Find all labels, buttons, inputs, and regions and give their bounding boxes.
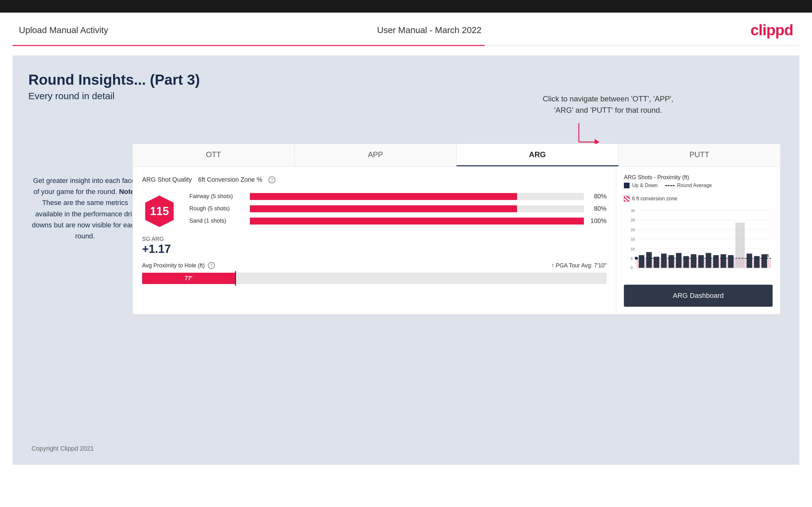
chart-svg: 30 25 20 15 10 5 0 [624,207,773,276]
svg-text:30: 30 [631,209,635,213]
svg-rect-29 [706,253,711,268]
tab-app[interactable]: APP [295,144,457,166]
hex-value: 115 [150,205,169,218]
shot-quality-list: Fairway (5 shots) 80% Rough (5 shots) [189,193,607,230]
shot-label-rough: Rough (5 shots) [189,205,246,212]
top-bar [0,0,812,13]
tab-ott[interactable]: OTT [133,144,295,166]
svg-text:0: 0 [631,266,633,270]
legend-up-down: Up & Down [624,183,658,188]
svg-rect-35 [754,256,760,268]
sg-section: SG ARG +1.17 [142,236,607,256]
legend-square-up-down [624,183,629,188]
section-header: ARG Shot Quality 6ft Conversion Zone % ? [142,176,607,183]
bar-fill-fairway [250,193,517,200]
bar-percent-fairway: 80% [588,193,607,200]
legend-label-up-down: Up & Down [632,183,658,188]
proximity-cursor [235,271,236,286]
copyright: Copyright Clippd 2021 [32,445,94,452]
shot-label-sand: Sand (1 shots) [189,218,246,224]
svg-rect-32 [721,254,726,268]
proximity-header: Avg Proximity to Hole (ft) ? ↑ PGA Tour … [142,262,607,269]
proximity-bar: 77' [142,273,607,284]
bar-percent-rough: 80% [588,205,607,212]
dashboard-button[interactable]: ARG Dashboard [624,285,773,307]
nav-hint: Click to navigate between 'OTT', 'APP','… [543,93,673,116]
svg-text:8: 8 [766,253,769,258]
main-content: Round Insights... (Part 3) Every round i… [13,55,799,465]
legend-6ft: 6 ft conversion zone [624,196,677,202]
description-text: Get greater insight into each facet of y… [32,175,139,241]
legend-label-round-avg: Round Average [677,183,712,188]
header-divider [13,45,799,46]
svg-rect-31 [735,223,745,268]
legend-dashed-round-avg [665,185,675,186]
svg-rect-24 [669,255,674,268]
upload-label: Upload Manual Activity [19,25,108,35]
tab-putt[interactable]: PUTT [618,144,780,166]
shot-row: Sand (1 shots) 100% [189,217,607,225]
section-title: ARG Shot Quality [142,176,192,183]
svg-rect-27 [691,254,696,268]
legend-hatched-6ft [624,196,629,202]
proximity-label: Avg Proximity to Hole (ft) [142,262,205,269]
proximity-section: Avg Proximity to Hole (ft) ? ↑ PGA Tour … [142,262,607,284]
proximity-bar-fill: 77' [142,273,235,284]
section-subtitle: 6ft Conversion Zone % [198,176,262,183]
panel-left: ARG Shot Quality 6ft Conversion Zone % ?… [133,167,616,314]
svg-rect-23 [661,253,667,268]
chart-title: ARG Shots - Proximity (ft) [624,174,689,180]
center-label: User Manual - March 2022 [377,25,481,35]
shot-label-fairway: Fairway (5 shots) [189,193,246,200]
svg-point-38 [635,257,638,260]
tab-arg[interactable]: ARG [457,144,618,166]
bar-fill-rough [250,205,517,212]
proximity-title: Avg Proximity to Hole (ft) ? [142,262,215,269]
bar-fill-sand [250,218,584,225]
help-icon[interactable]: ? [268,176,275,183]
chart-legend: Up & Down Round Average 6 ft conversion … [624,183,773,202]
hex-score-area: 115 Fairway (5 shots) 80% Rough (5 sho [142,193,607,230]
svg-rect-25 [676,253,681,268]
svg-text:20: 20 [631,228,635,232]
svg-text:10: 10 [631,247,635,251]
nav-hint-text: Click to navigate between 'OTT', 'APP','… [543,95,673,114]
svg-rect-33 [728,255,733,268]
panel-body: ARG Shot Quality 6ft Conversion Zone % ?… [133,167,780,314]
shot-row: Fairway (5 shots) 80% [189,193,607,200]
footer: Copyright Clippd 2021 [32,445,94,452]
bar-rough [250,205,584,212]
svg-text:5: 5 [631,256,633,261]
chart-header: ARG Shots - Proximity (ft) [624,174,773,181]
legend-label-6ft: 6 ft conversion zone [632,196,677,202]
svg-rect-20 [639,255,644,268]
legend-round-avg: Round Average [665,183,712,188]
svg-text:15: 15 [631,237,635,241]
svg-rect-28 [698,255,704,268]
shot-row: Rough (5 shots) 80% [189,205,607,212]
proximity-help-icon[interactable]: ? [208,262,215,269]
bar-fairway [250,193,584,200]
tabs: OTT APP ARG PUTT [133,144,780,167]
svg-rect-26 [683,256,689,268]
page-title: Round Insights... (Part 3) [29,71,783,88]
chart-container: 30 25 20 15 10 5 0 [624,207,773,277]
panel-right: ARG Shots - Proximity (ft) Up & Down Rou… [616,167,780,314]
bar-sand [250,218,584,225]
svg-rect-34 [747,253,752,268]
pga-avg: ↑ PGA Tour Avg: 7'10" [551,262,607,269]
logo: clippd [751,21,793,39]
header: Upload Manual Activity User Manual - Mar… [0,13,812,45]
sg-label: SG ARG [142,236,607,242]
svg-rect-21 [646,252,652,268]
hex-score: 115 [142,194,177,229]
sg-value: +1.17 [142,242,607,256]
bar-percent-sand: 100% [588,217,607,225]
svg-text:25: 25 [631,218,635,222]
main-panel: OTT APP ARG PUTT ARG Shot Quality 6ft Co… [132,144,780,315]
svg-rect-30 [713,255,719,268]
